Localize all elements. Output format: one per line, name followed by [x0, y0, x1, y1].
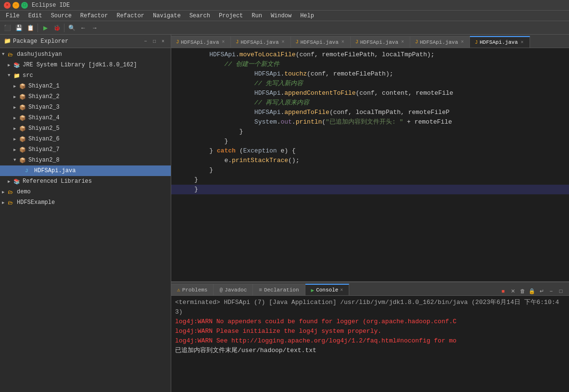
tree-item-hdfsexample[interactable]: ▶ 🗁 HDFSExample	[0, 197, 171, 208]
tab-close-6[interactable]: ×	[519, 39, 524, 46]
tree-item-src[interactable]: ▼ 📁 src	[0, 70, 171, 81]
tab-label-5: HDFSApi.java	[420, 39, 458, 45]
tab-java-icon-5: J	[415, 39, 418, 45]
menu-bar: File Edit Source Refactor Refactor Navig…	[0, 11, 569, 21]
java-file-icon: J	[25, 168, 33, 174]
toolbar-run[interactable]: ▶	[40, 23, 51, 33]
menu-run[interactable]: Run	[248, 12, 266, 20]
tree-item-shiyan2_1[interactable]: ▶ 📦 Shiyan2_1	[0, 81, 171, 91]
menu-search[interactable]: Search	[186, 12, 214, 20]
code-line-10: }	[171, 137, 569, 146]
package-icon-1: 📦	[19, 83, 27, 89]
tree-item-reflibs[interactable]: ▶ 📚 Referenced Libraries	[0, 176, 171, 187]
sidebar-header: 📁 Package Explorer − □ ×	[0, 35, 171, 48]
tab-problems-label: Problems	[182, 287, 208, 293]
code-editor[interactable]: HDFSApi.moveToLocalFile(conf, remoteFile…	[171, 48, 569, 281]
menu-window[interactable]: Window	[267, 12, 295, 20]
close-button[interactable]: ×	[4, 2, 11, 9]
editor-tab-6[interactable]: J HDFSApi.java ×	[470, 36, 530, 48]
package-icon-3: 📦	[19, 104, 27, 111]
editor-tab-2[interactable]: J HDFSApi.java ×	[231, 36, 291, 48]
tree-item-shiyan2_7[interactable]: ▶ 📦 Shiyan2_7	[0, 144, 171, 155]
bottom-tab-bar: ⚠ Problems @ Javadoc ≡ Declaration ▶ Con…	[171, 282, 569, 296]
code-line-9: }	[171, 127, 569, 137]
toolbar-separator-1	[38, 24, 38, 32]
menu-help[interactable]: Help	[296, 12, 318, 20]
menu-source[interactable]: Source	[47, 12, 76, 20]
menu-project[interactable]: Project	[215, 12, 247, 20]
sidebar-title: Package Explorer	[13, 38, 68, 45]
demo-icon: 🗁	[8, 189, 15, 195]
title-bar: × − □ Eclipse IDE	[0, 0, 569, 11]
console-clear-btn[interactable]: 🗑	[518, 287, 527, 295]
console-close-icon[interactable]: ×	[340, 288, 343, 293]
menu-file[interactable]: File	[2, 12, 24, 20]
maximize-button[interactable]: □	[21, 2, 28, 9]
console-maximize-btn[interactable]: □	[556, 287, 565, 295]
console-scroll-lock-btn[interactable]: 🔒	[528, 287, 536, 295]
toolbar-separator-2	[64, 24, 64, 32]
toolbar-search[interactable]: 🔍	[66, 23, 77, 33]
editor-tab-3[interactable]: J HDFSApi.java ×	[291, 36, 351, 48]
toolbar-back[interactable]: ←	[78, 23, 89, 33]
tab-close-2[interactable]: ×	[280, 39, 285, 45]
tree-item-shiyan2_4[interactable]: ▶ 📦 Shiyan2_4	[0, 113, 171, 123]
minimize-button[interactable]: −	[13, 2, 19, 9]
hdfsexample-icon: 🗁	[8, 200, 15, 206]
code-line-3: HDFSApi.touchz(conf, remoteFilePath);	[171, 69, 569, 79]
tab-label-1: HDFSApi.java	[181, 39, 219, 45]
tab-java-icon-1: J	[176, 39, 179, 45]
editor-tab-5[interactable]: J HDFSApi.java ×	[410, 36, 470, 48]
toolbar-debug[interactable]: 🐞	[51, 23, 62, 33]
console-minimize-btn[interactable]: −	[547, 287, 556, 295]
console-remove-btn[interactable]: ✕	[508, 287, 517, 295]
editor-tab-1[interactable]: J HDFSApi.java ×	[171, 36, 231, 48]
console-word-wrap-btn[interactable]: ↵	[537, 287, 546, 295]
tree-item-shiyan2_6[interactable]: ▶ 📦 Shiyan2_6	[0, 134, 171, 144]
code-line-7: HDFSApi.appendToFile(conf, localTmpPath,…	[171, 108, 569, 117]
toolbar-save-all[interactable]: 📋	[25, 23, 36, 33]
tab-close-3[interactable]: ×	[341, 39, 345, 45]
editor-tab-4[interactable]: J HDFSApi.java ×	[351, 36, 410, 48]
sidebar-minimize[interactable]: −	[142, 38, 150, 45]
tab-javadoc[interactable]: @ Javadoc	[214, 284, 253, 295]
tab-close-5[interactable]: ×	[460, 39, 465, 45]
tree-item-hdfsapi[interactable]: ▶ J HDFSApi.java	[0, 165, 171, 176]
toolbar-forward[interactable]: →	[89, 23, 100, 33]
console-terminate-btn[interactable]: ■	[499, 287, 507, 295]
menu-edit[interactable]: Edit	[25, 12, 46, 20]
menu-refactor1[interactable]: Refactor	[76, 12, 112, 20]
console-warn-line-3: log4j:WARN See http://logging.apache.org…	[175, 336, 565, 346]
toolbar: ⬛ 💾 📋 ▶ 🐞 🔍 ← →	[0, 21, 569, 35]
jre-icon: 📚	[13, 62, 21, 68]
tree-item-shiyan2_3[interactable]: ▶ 📦 Shiyan2_3	[0, 102, 171, 113]
tree-item-dashujushiyan[interactable]: ▼ 🗁 dashujushiyan	[0, 49, 171, 60]
main-layout: 📁 Package Explorer − □ × ▼ 🗁 dashujushiy…	[0, 35, 569, 392]
toolbar-save[interactable]: 💾	[13, 23, 24, 33]
code-line-4: // 先写入新内容	[171, 79, 569, 89]
tab-console[interactable]: ▶ Console ×	[305, 284, 350, 295]
tab-label-2: HDFSApi.java	[240, 39, 278, 45]
tab-problems[interactable]: ⚠ Problems	[171, 284, 214, 295]
tree-item-shiyan2_5[interactable]: ▶ 📦 Shiyan2_5	[0, 123, 171, 134]
src-icon: 📁	[13, 73, 21, 79]
tree-item-shiyan2_2[interactable]: ▶ 📦 Shiyan2_2	[0, 91, 171, 102]
tab-declaration-label: Declaration	[264, 287, 299, 293]
menu-navigate[interactable]: Navigate	[149, 12, 185, 20]
code-line-6: // 再写入原来内容	[171, 98, 569, 108]
tree-item-shiyan2_8[interactable]: ▼ 📦 Shiyan2_8	[0, 155, 171, 165]
toolbar-new[interactable]: ⬛	[2, 23, 13, 33]
console-warn-line-1: log4j:WARN No appenders could be found f…	[175, 317, 565, 327]
tab-declaration[interactable]: ≡ Declaration	[253, 284, 305, 295]
package-icon-8: 📦	[19, 157, 27, 164]
tree-item-demo[interactable]: ▶ 🗁 demo	[0, 187, 171, 197]
tab-close-4[interactable]: ×	[400, 39, 405, 45]
menu-refactor2[interactable]: Refactor	[113, 12, 148, 20]
sidebar-close[interactable]: ×	[159, 38, 167, 45]
editor-area: J HDFSApi.java × J HDFSApi.java × J HDFS…	[171, 35, 569, 392]
tab-javadoc-label: Javadoc	[225, 287, 247, 293]
tab-close-1[interactable]: ×	[221, 39, 226, 45]
tree-item-jre[interactable]: ▶ 📚 JRE System Library [jdk1.8.0_162]	[0, 60, 171, 70]
sidebar-maximize[interactable]: □	[151, 38, 158, 45]
console-icon: ▶	[311, 287, 315, 293]
